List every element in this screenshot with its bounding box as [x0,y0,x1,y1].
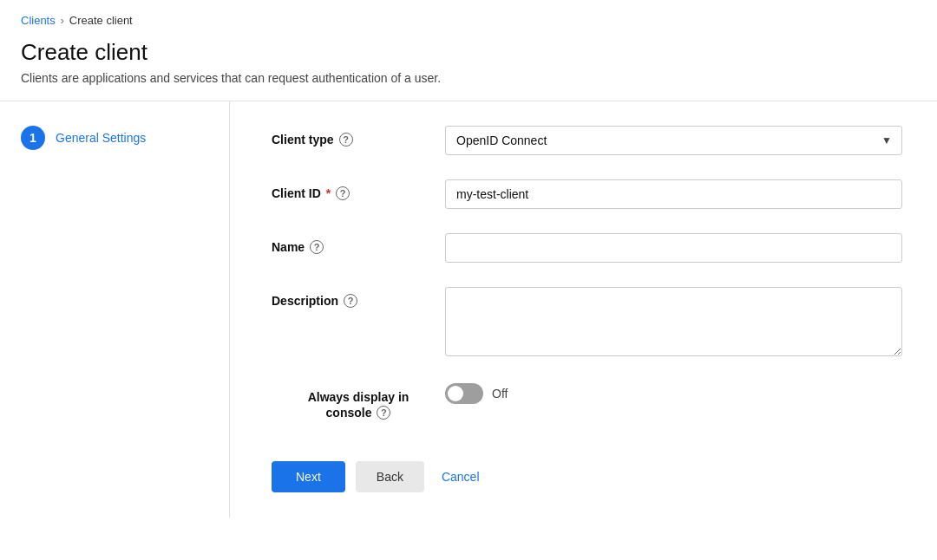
description-label: Description ? [272,294,445,308]
name-input[interactable] [445,233,902,263]
breadcrumb-separator: › [61,15,64,27]
client-type-control: OpenID Connect SAML ▼ [445,126,902,155]
client-id-help-icon[interactable]: ? [336,186,350,200]
description-input[interactable] [445,287,902,356]
always-display-row: Always display in console ? Off [272,383,902,420]
toggle-status-label: Off [492,387,508,400]
required-star: * [326,186,331,200]
name-label: Name ? [272,240,445,254]
client-type-label: Client type ? [272,133,445,147]
always-display-toggle[interactable] [445,383,483,404]
step-number: 1 [21,126,45,150]
cancel-button[interactable]: Cancel [435,461,487,492]
toggle-slider [445,383,483,404]
client-type-help-icon[interactable]: ? [339,133,353,147]
client-id-input[interactable] [445,179,902,209]
description-row: Description ? [272,287,902,359]
always-display-label: Always display in console ? [272,390,445,420]
step-label: General Settings [56,131,146,145]
always-display-control: Off [445,383,902,404]
name-row: Name ? [272,233,902,263]
breadcrumb-current: Create client [69,14,133,27]
sidebar-item-general-settings[interactable]: 1 General Settings [21,126,208,150]
description-control [445,287,902,359]
button-row: Next Back Cancel [272,444,902,492]
next-button[interactable]: Next [272,461,345,492]
client-type-select[interactable]: OpenID Connect SAML [445,126,902,155]
page-title: Create client [21,39,916,66]
client-id-control [445,179,902,209]
breadcrumb: Clients › Create client [21,14,916,27]
client-id-label: Client ID * ? [272,186,445,200]
name-control [445,233,902,263]
form-area: Client type ? OpenID Connect SAML ▼ Clie… [230,101,937,518]
client-id-row: Client ID * ? [272,179,902,209]
back-button[interactable]: Back [356,461,424,492]
description-help-icon[interactable]: ? [344,294,357,308]
breadcrumb-clients-link[interactable]: Clients [21,14,56,27]
client-type-row: Client type ? OpenID Connect SAML ▼ [272,126,902,155]
always-display-help-icon[interactable]: ? [377,406,390,420]
name-help-icon[interactable]: ? [310,240,324,254]
sidebar: 1 General Settings [0,101,230,518]
page-subtitle: Clients are applications and services th… [21,71,916,85]
